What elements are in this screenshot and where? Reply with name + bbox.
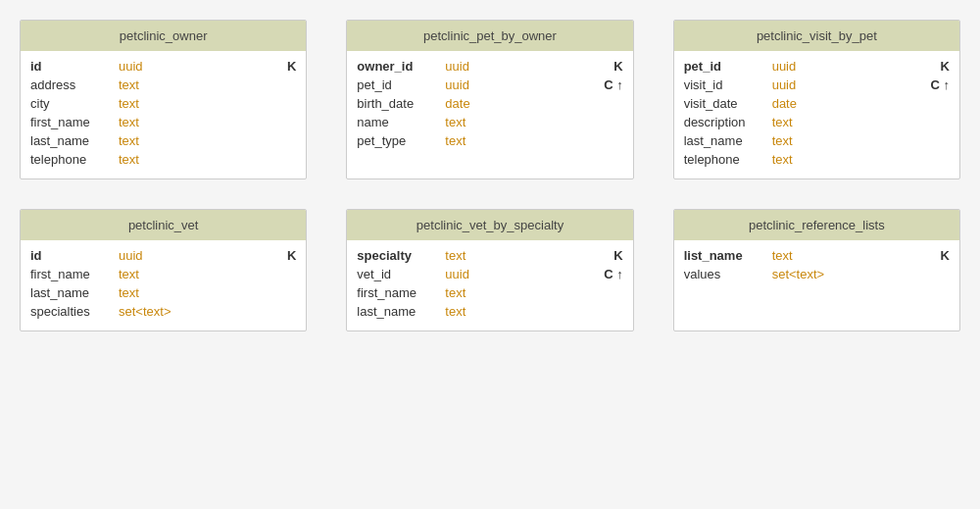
table-row: visit_iduuidC ↑ (684, 76, 950, 94)
table-row: specialtytextK (357, 246, 622, 265)
column-name: address (30, 77, 119, 92)
column-type: text (445, 133, 593, 148)
column-key: C ↑ (594, 77, 623, 92)
column-type: text (445, 285, 593, 300)
table-row: pet_iduuidC ↑ (357, 76, 622, 94)
column-name: values (684, 267, 772, 281)
table-row: last_nametext (30, 131, 296, 150)
column-type: text (772, 248, 920, 263)
table-row: valuesset<text> (684, 265, 950, 283)
column-type: uuid (772, 77, 920, 92)
column-name: visit_id (684, 77, 772, 92)
table-petclinic_pet_by_owner: petclinic_pet_by_ownerowner_iduuidKpet_i… (346, 20, 633, 179)
table-body-petclinic_pet_by_owner: owner_iduuidKpet_iduuidC ↑birth_datedate… (347, 51, 632, 160)
column-name: name (357, 115, 445, 129)
table-body-petclinic_vet_by_specialty: specialtytextKvet_iduuidC ↑first_nametex… (347, 240, 632, 331)
column-name: vet_id (357, 267, 445, 281)
table-body-petclinic_owner: iduuidKaddresstextcitytextfirst_nametext… (21, 51, 306, 178)
column-key: K (267, 59, 296, 74)
column-type: uuid (445, 267, 593, 281)
table-row: last_nametext (30, 283, 296, 302)
column-name: specialties (30, 304, 119, 319)
table-row: specialtiesset<text> (30, 302, 296, 321)
column-type: text (119, 152, 267, 167)
table-row: pet_iduuidK (684, 57, 950, 76)
column-name: visit_date (684, 96, 772, 111)
column-name: first_name (30, 267, 119, 281)
column-type: text (445, 248, 593, 263)
column-type: text (445, 115, 593, 129)
column-name: pet_id (684, 59, 772, 74)
table-header-petclinic_visit_by_pet: petclinic_visit_by_pet (674, 21, 959, 51)
table-body-petclinic_visit_by_pet: pet_iduuidKvisit_iduuidC ↑visit_datedate… (674, 51, 959, 178)
column-type: text (119, 285, 267, 300)
column-type: uuid (445, 59, 593, 74)
table-body-petclinic_reference_lists: list_nametextKvaluesset<text> (674, 240, 959, 293)
column-type: text (772, 115, 920, 129)
column-name: birth_date (357, 96, 445, 111)
column-name: first_name (30, 115, 119, 129)
column-name: specialty (357, 248, 445, 263)
table-row: owner_iduuidK (357, 57, 622, 76)
column-name: list_name (684, 248, 772, 263)
column-name: last_name (357, 304, 445, 319)
table-row: birth_datedate (357, 94, 622, 113)
column-type: text (445, 304, 593, 319)
table-row: pet_typetext (357, 131, 622, 150)
column-type: text (119, 96, 267, 111)
column-key: K (594, 248, 623, 263)
column-type: uuid (119, 248, 267, 263)
table-row: telephonetext (684, 150, 950, 169)
table-petclinic_vet: petclinic_vetiduuidKfirst_nametextlast_n… (20, 209, 307, 331)
column-type: text (119, 267, 267, 281)
column-name: telephone (30, 152, 119, 167)
table-row: telephonetext (30, 150, 296, 169)
column-type: uuid (772, 59, 920, 74)
column-type: text (119, 133, 267, 148)
column-type: text (119, 115, 267, 129)
table-row: addresstext (30, 76, 296, 94)
column-type: set<text> (772, 267, 920, 281)
table-header-petclinic_pet_by_owner: petclinic_pet_by_owner (347, 21, 632, 51)
table-petclinic_owner: petclinic_owneriduuidKaddresstextcitytex… (20, 20, 307, 179)
column-name: id (30, 248, 119, 263)
table-row: first_nametext (30, 113, 296, 131)
table-row: vet_iduuidC ↑ (357, 265, 622, 283)
column-type: text (119, 77, 267, 92)
column-name: pet_id (357, 77, 445, 92)
table-row: last_nametext (357, 302, 622, 321)
column-name: telephone (684, 152, 772, 167)
column-name: owner_id (357, 59, 445, 74)
column-name: last_name (30, 133, 119, 148)
column-type: uuid (445, 77, 593, 92)
column-name: last_name (684, 133, 772, 148)
table-row: last_nametext (684, 131, 950, 150)
table-header-petclinic_vet: petclinic_vet (21, 210, 306, 240)
table-row: visit_datedate (684, 94, 950, 113)
column-key: K (594, 59, 623, 74)
column-key: C ↑ (920, 77, 950, 92)
column-name: description (684, 115, 772, 129)
table-petclinic_visit_by_pet: petclinic_visit_by_petpet_iduuidKvisit_i… (673, 20, 960, 179)
column-key: K (920, 248, 950, 263)
column-name: id (30, 59, 119, 74)
table-header-petclinic_reference_lists: petclinic_reference_lists (674, 210, 959, 240)
table-row: list_nametextK (684, 246, 950, 265)
column-type: date (445, 96, 593, 111)
column-type: date (772, 96, 920, 111)
table-header-petclinic_vet_by_specialty: petclinic_vet_by_specialty (347, 210, 632, 240)
table-row: first_nametext (30, 265, 296, 283)
table-body-petclinic_vet: iduuidKfirst_nametextlast_nametextspecia… (21, 240, 306, 331)
column-key: C ↑ (594, 267, 623, 281)
table-petclinic_reference_lists: petclinic_reference_listslist_nametextKv… (673, 209, 960, 331)
table-row: descriptiontext (684, 113, 950, 131)
column-name: city (30, 96, 119, 111)
column-type: uuid (119, 59, 267, 74)
column-name: first_name (357, 285, 445, 300)
column-type: text (772, 133, 920, 148)
column-key: K (267, 248, 296, 263)
table-row: iduuidK (30, 57, 296, 76)
column-name: last_name (30, 285, 119, 300)
column-key: K (920, 59, 950, 74)
column-name: pet_type (357, 133, 445, 148)
